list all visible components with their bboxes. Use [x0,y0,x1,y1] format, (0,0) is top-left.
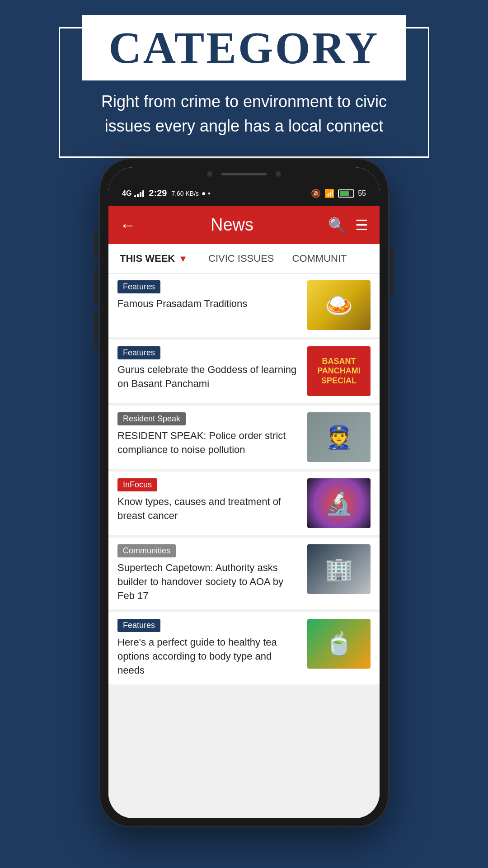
status-dots: ● ▪ [202,189,211,198]
tab-civic-issues[interactable]: CIVIC ISSUES [199,253,283,264]
tab-bar: THIS WEEK ▼ CIVIC ISSUES COMMUNIT [108,244,380,274]
phone-mockup: 4G 2:29 7.60 KB/s ● ▪ 🔕 📶 [99,158,389,827]
news-content: Communities Supertech Capetown: Authorit… [117,544,300,603]
wifi-icon: 📶 [324,189,334,198]
camera-dot [207,171,212,177]
status-bar: 4G 2:29 7.60 KB/s ● ▪ 🔕 📶 [108,181,380,206]
news-item[interactable]: Features Gurus celebrate the Goddess of … [108,340,380,403]
search-icon[interactable]: 🔍 [328,217,346,234]
news-headline: RESIDENT SPEAK: Police order strict comp… [117,429,300,457]
news-thumbnail: 🔬 [307,478,371,528]
news-badge: Resident Speak [117,412,186,425]
news-feed: Features Famous Prasadam Traditions 🍛 F [108,274,380,818]
news-thumbnail: 🍵 [307,619,371,669]
news-headline: Know types, causes and treatment of brea… [117,495,300,523]
phone-side-button-left-2 [94,267,98,303]
header-section: CATEGORY Right from crime to environment… [0,0,488,176]
news-content: Features Famous Prasadam Traditions [117,280,300,311]
news-item[interactable]: Communities Supertech Capetown: Authorit… [108,538,380,609]
news-badge: Communities [117,544,176,557]
basant-text: BASANT PANCHAMI SPECIAL [310,357,368,386]
status-left: 4G 2:29 7.60 KB/s ● ▪ [122,188,211,198]
news-content: InFocus Know types, causes and treatment… [117,478,300,523]
phone-side-button-left-1 [94,231,98,258]
tab-this-week[interactable]: THIS WEEK ▼ [108,244,199,273]
tab-this-week-label: THIS WEEK [120,253,175,264]
category-title: CATEGORY [109,23,380,73]
phone-side-button-right [390,249,394,294]
category-title-wrapper: CATEGORY [82,15,407,80]
news-image-basant: BASANT PANCHAMI SPECIAL [307,346,371,396]
news-content: Features Gurus celebrate the Goddess of … [117,346,300,391]
phone-side-button-left-3 [94,312,98,348]
phone-screen: 4G 2:29 7.60 KB/s ● ▪ 🔕 📶 [108,167,380,818]
news-image-prasadam: 🍛 [307,280,371,330]
news-badge: InFocus [117,478,157,491]
news-thumbnail: 🏢 [307,544,371,594]
news-image-police: 👮 [307,412,371,462]
app-title: News [211,215,253,235]
news-headline: Famous Prasadam Traditions [117,297,300,311]
app-header: ← News 🔍 ☰ [108,206,380,244]
dropdown-arrow-icon[interactable]: ▼ [178,254,188,264]
speaker-bar [221,173,267,175]
news-badge: Features [117,280,160,293]
news-image-supertech: 🏢 [307,544,371,594]
news-headline: Here's a perfect guide to healthy tea op… [117,636,300,677]
category-subtitle: Right from crime to environment to civic… [78,90,410,138]
camera-area [108,167,380,181]
speed-display: 7.60 KB/s [171,190,199,197]
battery-fill [340,191,349,196]
news-item[interactable]: Resident Speak RESIDENT SPEAK: Police or… [108,406,380,469]
news-image-tea: 🍵 [307,619,371,669]
tab-communities[interactable]: COMMUNIT [283,253,356,264]
news-thumbnail: 👮 [307,412,371,462]
network-label: 4G [122,189,131,198]
news-thumbnail: BASANT PANCHAMI SPECIAL [307,346,371,396]
phone-outer-shell: 4G 2:29 7.60 KB/s ● ▪ 🔕 📶 [99,158,389,827]
header-icons: 🔍 ☰ [328,217,368,234]
time-display: 2:29 [149,188,167,198]
back-button[interactable]: ← [120,216,136,235]
news-item[interactable]: InFocus Know types, causes and treatment… [108,472,380,535]
news-item[interactable]: Features Here's a perfect guide to healt… [108,612,380,684]
news-badge: Features [117,619,160,632]
news-badge: Features [117,346,160,359]
category-box: CATEGORY Right from crime to environment… [59,27,429,158]
news-image-cancer: 🔬 [307,478,371,528]
news-headline: Supertech Capetown: Authority asks build… [117,561,300,603]
menu-icon[interactable]: ☰ [355,217,368,234]
battery-percent: 55 [358,189,366,198]
status-right: 🔕 📶 55 [311,189,366,198]
news-content: Features Here's a perfect guide to healt… [117,619,300,677]
news-thumbnail: 🍛 [307,280,371,330]
news-content: Resident Speak RESIDENT SPEAK: Police or… [117,412,300,457]
camera-dot-2 [276,171,281,177]
news-headline: Gurus celebrate the Goddess of learning … [117,363,300,391]
news-item[interactable]: Features Famous Prasadam Traditions 🍛 [108,274,380,337]
alarm-icon: 🔕 [311,189,321,198]
signal-bars [134,190,144,197]
battery-indicator [338,189,354,198]
